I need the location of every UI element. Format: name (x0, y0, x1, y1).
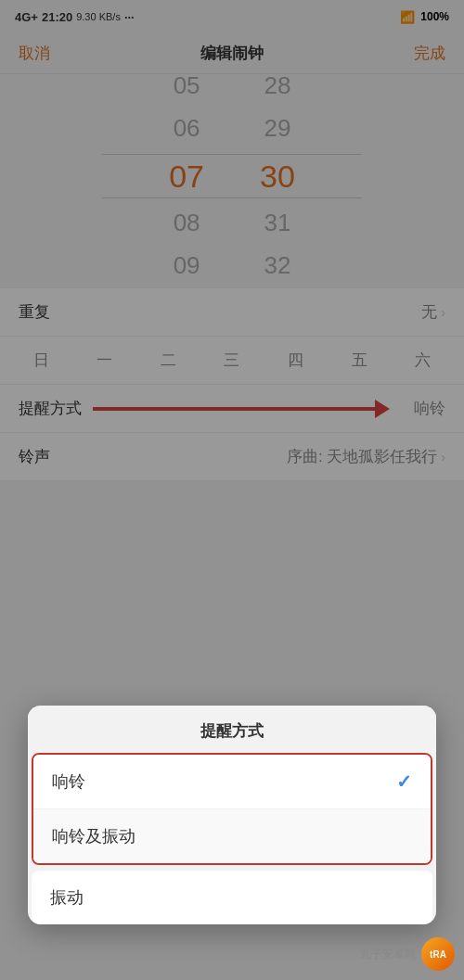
option-vibrate[interactable]: 振动 (32, 871, 432, 924)
reminder-modal: 提醒方式 响铃 ✓ 响铃及振动 振动 (28, 706, 436, 924)
option-ring-label: 响铃 (52, 770, 85, 793)
modal-overlay[interactable]: 提醒方式 响铃 ✓ 响铃及振动 振动 (0, 0, 464, 980)
watermark-icon: tRA (421, 937, 455, 971)
check-icon: ✓ (396, 770, 412, 793)
option-ring-vibrate[interactable]: 响铃及振动 (33, 809, 431, 863)
option-ring[interactable]: 响铃 ✓ (33, 755, 431, 809)
modal-title: 提醒方式 (28, 706, 436, 753)
option-vibrate-label: 振动 (50, 886, 84, 909)
option-ring-vibrate-label: 响铃及振动 (52, 825, 135, 847)
watermark-abbr: tRA (430, 949, 446, 960)
watermark: 丸子安卓网 tRA (360, 937, 455, 971)
modal-options-group: 响铃 ✓ 响铃及振动 (32, 753, 432, 865)
watermark-text: 丸子安卓网 (360, 947, 416, 962)
